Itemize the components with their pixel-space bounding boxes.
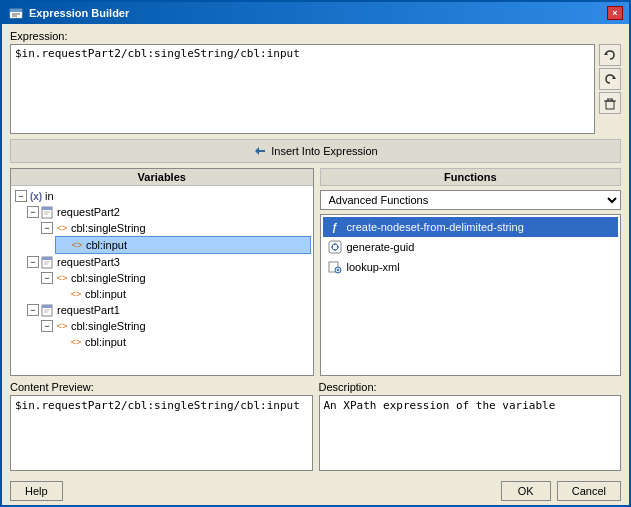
toggle-ss2[interactable]: − — [41, 222, 53, 234]
insert-button[interactable]: Insert Into Expression — [10, 139, 621, 163]
svg-rect-6 — [606, 101, 614, 109]
clear-button[interactable] — [599, 92, 621, 114]
icon-ss1: <> — [55, 319, 69, 333]
func-label-1: generate-guid — [347, 241, 415, 253]
tree-row-ss2[interactable]: − <> cbl:singleString — [41, 220, 311, 236]
label-ss1: cbl:singleString — [71, 320, 146, 332]
label-rp1: requestPart1 — [57, 304, 120, 316]
tree-row-in[interactable]: − (x) in — [13, 188, 311, 204]
title-bar: Expression Builder × — [2, 2, 629, 24]
tree-row-inp1[interactable]: <> cbl:input — [55, 334, 311, 350]
insert-label: Insert Into Expression — [271, 145, 377, 157]
icon-inp3: <> — [69, 287, 83, 301]
label-inp2: cbl:input — [86, 239, 127, 251]
func-label-0: create-nodeset-from-delimited-string — [347, 221, 524, 233]
functions-header: Functions — [320, 168, 622, 186]
expression-toolbar — [599, 44, 621, 114]
label-rp3: requestPart3 — [57, 256, 120, 268]
close-button[interactable]: × — [607, 6, 623, 20]
cancel-button[interactable]: Cancel — [557, 481, 621, 501]
tree-row-inp2[interactable]: <> cbl:input — [55, 236, 311, 254]
label-inp1: cbl:input — [85, 336, 126, 348]
expression-section: Expression: $in.requestPart2/cbl:singleS… — [10, 30, 621, 134]
variables-tree[interactable]: − (x) in − requestPart2 — [11, 186, 313, 375]
func-icon-1 — [327, 239, 343, 255]
svg-rect-17 — [42, 257, 52, 260]
toggle-ss3[interactable]: − — [41, 272, 53, 284]
footer: Help OK Cancel — [2, 477, 629, 505]
preview-box: $in.requestPart2/cbl:singleString/cbl:in… — [10, 395, 313, 471]
tree-row-rp1[interactable]: − requestPart1 — [27, 302, 311, 318]
icon-ss3: <> — [55, 271, 69, 285]
window-icon — [8, 5, 24, 21]
toggle-rp2[interactable]: − — [27, 206, 39, 218]
variables-panel: Variables − (x) in − — [10, 168, 314, 376]
svg-marker-11 — [255, 147, 265, 155]
svg-rect-13 — [42, 207, 52, 210]
func-icon-2 — [327, 259, 343, 275]
icon-rp2 — [41, 205, 55, 219]
tree-row-rp2[interactable]: − requestPart2 — [27, 204, 311, 220]
expression-label: Expression: — [10, 30, 621, 42]
functions-list-content[interactable]: ƒ create-nodeset-from-delimited-string — [321, 215, 621, 375]
func-item-1[interactable]: generate-guid — [323, 237, 619, 257]
redo-button[interactable] — [599, 68, 621, 90]
func-item-2[interactable]: lookup-xml — [323, 257, 619, 277]
icon-in: (x) — [29, 189, 43, 203]
toggle-rp1[interactable]: − — [27, 304, 39, 316]
tree-row-ss1[interactable]: − <> cbl:singleString — [41, 318, 311, 334]
preview-label: Content Preview: — [10, 381, 313, 393]
expression-input[interactable]: $in.requestPart2/cbl:singleString/cbl:in… — [10, 44, 595, 134]
window-title: Expression Builder — [29, 7, 129, 19]
func-icon-0: ƒ — [327, 219, 343, 235]
icon-rp1 — [41, 303, 55, 317]
undo-button[interactable] — [599, 44, 621, 66]
icon-ss2: <> — [55, 221, 69, 235]
description-label: Description: — [319, 381, 622, 393]
toggle-in[interactable]: − — [15, 190, 27, 202]
icon-rp3 — [41, 255, 55, 269]
ok-button[interactable]: OK — [501, 481, 551, 501]
help-button[interactable]: Help — [10, 481, 63, 501]
expression-builder-window: Expression Builder × Expression: $in.req… — [0, 0, 631, 507]
label-ss2: cbl:singleString — [71, 222, 146, 234]
icon-inp2: <> — [70, 238, 84, 252]
functions-panel: Functions Advanced Functions ƒ create-no… — [320, 168, 622, 376]
label-in: in — [45, 190, 54, 202]
variables-header: Variables — [11, 169, 313, 186]
description-panel: Description: An XPath expression of the … — [319, 381, 622, 471]
label-ss3: cbl:singleString — [71, 272, 146, 284]
tree-row-ss3[interactable]: − <> cbl:singleString — [41, 270, 311, 286]
functions-list: ƒ create-nodeset-from-delimited-string — [320, 214, 622, 376]
svg-rect-1 — [10, 9, 22, 12]
toggle-ss1[interactable]: − — [41, 320, 53, 332]
tree-row-rp3[interactable]: − requestPart3 — [27, 254, 311, 270]
func-item-0[interactable]: ƒ create-nodeset-from-delimited-string — [323, 217, 619, 237]
svg-rect-24 — [329, 241, 341, 253]
content-preview-panel: Content Preview: $in.requestPart2/cbl:si… — [10, 381, 313, 471]
label-rp2: requestPart2 — [57, 206, 120, 218]
func-label-2: lookup-xml — [347, 261, 400, 273]
functions-dropdown[interactable]: Advanced Functions — [320, 190, 622, 210]
toggle-rp3[interactable]: − — [27, 256, 39, 268]
icon-inp1: <> — [69, 335, 83, 349]
description-box: An XPath expression of the variable — [319, 395, 622, 471]
label-inp3: cbl:input — [85, 288, 126, 300]
tree-row-inp3[interactable]: <> cbl:input — [55, 286, 311, 302]
svg-rect-21 — [42, 305, 52, 308]
